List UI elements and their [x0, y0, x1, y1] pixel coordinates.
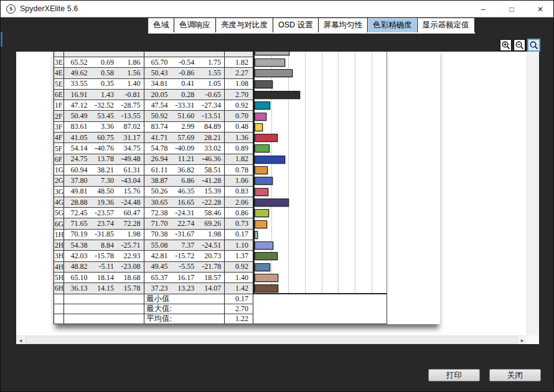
- target-value: 1.40: [117, 79, 144, 88]
- horizontal-scrollbar[interactable]: ◂ ▸: [16, 335, 527, 344]
- target-lab-cell: 41.0560.7531.17: [64, 133, 144, 142]
- delta-e-cell: 1.82: [225, 154, 253, 164]
- close-button[interactable]: 关闭: [489, 369, 541, 381]
- measured-value: 50.92: [144, 111, 171, 121]
- target-lab-cell: 72.45-23.5760.47: [64, 208, 144, 218]
- table-row[interactable]: 5H65.1018.1418.6865.3716.1718.571.40: [54, 273, 253, 283]
- delta-e-cell: 0.73: [225, 218, 253, 228]
- delta-e-cell: 0.17: [225, 230, 253, 240]
- measured-value: 15.39: [197, 187, 224, 196]
- summary-blank-cell: [64, 304, 144, 314]
- table-row[interactable]: 6H36.1314.1515.7837.2313.2314.071.42: [54, 283, 253, 294]
- table-row[interactable]: 3F83.613.3687.0283.742.9984.890.48: [54, 122, 253, 133]
- measured-lab-cell: 34.810.411.05: [144, 79, 225, 89]
- table-row[interactable]: 4E49.620.581.5650.43-0.861.552.27: [54, 68, 253, 78]
- delta-e-bar: [255, 231, 258, 239]
- magnifier-button[interactable]: [527, 39, 540, 52]
- chart-gridline: [305, 52, 306, 293]
- target-value: 8.84: [91, 241, 118, 250]
- target-value: 48.50: [91, 187, 118, 196]
- vertical-scrollbar[interactable]: [527, 52, 539, 335]
- measured-value: 1.55: [197, 68, 224, 78]
- measured-lab-cell: [144, 52, 225, 57]
- measured-value: 0.28: [171, 90, 197, 100]
- table-row[interactable]: 1G60.9438.2161.3161.1136.8258.510.78: [54, 165, 253, 175]
- tab-6[interactable]: 色彩精确度: [368, 18, 417, 32]
- scroll-right-icon[interactable]: ▸: [518, 337, 527, 343]
- target-lab-cell: 49.620.581.56: [64, 68, 144, 78]
- table-row[interactable]: 2F50.4953.45-13.5550.9251.60-13.510.70: [54, 111, 253, 121]
- table-row[interactable]: 4G28.8819.36-24.4830.6516.65-22.282.06: [54, 197, 253, 208]
- minimize-button[interactable]: –: [476, 2, 490, 16]
- report-viewport[interactable]: 3E65.520.691.8665.70-0.541.751.824E49.62…: [16, 52, 527, 335]
- measured-value: 71.70: [144, 219, 171, 228]
- table-row[interactable]: 1H70.19-31.851.9870.38-31.671.980.17: [54, 230, 253, 240]
- delta-e-bar: [255, 188, 268, 196]
- target-value: 47.12: [64, 101, 91, 110]
- target-value: 0.58: [90, 68, 117, 78]
- measured-value: 83.74: [144, 122, 171, 131]
- table-row[interactable]: 3H42.03-15.7822.9342.81-15.7220.731.37: [54, 251, 253, 261]
- measured-value: -46.36: [197, 154, 224, 164]
- table-row[interactable]: 6G71.6523.7472.2871.7022.7469.260.73: [54, 218, 253, 229]
- target-value: -28.75: [117, 101, 144, 110]
- measured-value: 36.82: [171, 166, 197, 175]
- maximize-icon: □: [509, 5, 514, 14]
- table-row[interactable]: 4H48.82-5.11-23.0849.45-5.55-21.780.92: [54, 262, 253, 273]
- target-value: 1.56: [117, 68, 144, 78]
- table-row[interactable]: 5E33.550.351.4034.810.411.051.08: [54, 79, 253, 90]
- table-row[interactable]: 3E65.520.691.8665.70-0.541.751.82: [54, 57, 253, 68]
- target-lab-cell: 54.14-40.7634.75: [64, 143, 144, 153]
- delta-e-cell: 1.37: [225, 251, 253, 261]
- measured-value: -5.55: [171, 262, 197, 271]
- table-row[interactable]: 2G37.807.30-43.0438.876.86-41.281.06: [54, 175, 253, 186]
- delta-e-cell: 2.70: [225, 90, 253, 100]
- zoom-out-icon: [515, 40, 524, 50]
- tab-5[interactable]: 屏幕均匀性: [319, 18, 368, 32]
- summary-label: 最大值:: [144, 304, 225, 314]
- delta-e-bar: [255, 263, 270, 271]
- table-row[interactable]: 5G72.45-23.5760.4772.38-24.3158.460.86: [54, 208, 253, 218]
- measured-value: 14.07: [197, 284, 224, 293]
- chart-gridline: [288, 52, 289, 293]
- target-value: 49.81: [64, 187, 91, 196]
- tab-3[interactable]: 亮度与对比度: [216, 18, 273, 32]
- target-value: -49.48: [117, 154, 144, 164]
- scrollbar-corner: [527, 335, 539, 344]
- measured-value: -21.78: [197, 262, 224, 271]
- tab-1[interactable]: 色域: [148, 18, 174, 32]
- table-row[interactable]: 2H54.388.84-25.7155.087.37-24.511.10: [54, 240, 253, 251]
- tab-7[interactable]: 显示器额定值: [418, 18, 474, 32]
- table-row[interactable]: 3G49.8148.5015.7650.2646.3515.390.83: [54, 187, 253, 197]
- table-row[interactable]: 5F54.14-40.7634.7554.78-40.0933.020.89: [54, 143, 253, 154]
- maximize-button[interactable]: □: [505, 2, 519, 16]
- tab-4[interactable]: OSD 设置: [273, 18, 318, 32]
- summary-value: 1.22: [225, 314, 253, 324]
- zoom-in-button[interactable]: [500, 39, 512, 51]
- scroll-left-icon[interactable]: ◂: [16, 337, 25, 343]
- horizontal-scroll-thumb[interactable]: [26, 337, 517, 344]
- target-value: 72.28: [117, 219, 144, 228]
- table-row[interactable]: 4F41.0560.7531.1741.7157.6928.211.36: [54, 133, 253, 143]
- close-button[interactable]: ✕: [533, 2, 547, 16]
- zoom-out-button[interactable]: [514, 39, 525, 51]
- print-button[interactable]: 打印: [428, 369, 480, 381]
- table-row[interactable]: 6F24.7513.78-49.4826.9411.21-46.361.82: [54, 154, 253, 165]
- measured-lab-cell: 49.45-5.55-21.78: [144, 262, 225, 272]
- target-lab-cell: 71.6523.7472.28: [64, 218, 144, 228]
- patch-id-cell: 6H: [54, 283, 64, 293]
- summary-row: 最大值:2.70: [54, 304, 253, 314]
- measured-value: 20.05: [144, 90, 171, 100]
- patch-id-cell: 3F: [54, 122, 64, 132]
- measured-lab-cell: 55.087.37-24.51: [144, 240, 225, 250]
- target-value: 48.82: [64, 262, 91, 271]
- table-row[interactable]: 1F47.12-32.52-28.7547.54-33.31-27.340.92: [54, 100, 253, 111]
- measured-value: 16.65: [171, 198, 197, 207]
- target-value: 33.55: [64, 79, 91, 88]
- patch-id-cell: 4E: [54, 68, 64, 78]
- table-row[interactable]: 6E16.911.43-0.8120.050.28-0.652.70: [54, 90, 253, 100]
- patch-id-cell: 2H: [54, 240, 64, 250]
- tab-2[interactable]: 色调响应: [174, 18, 215, 32]
- measured-lab-cell: 37.2313.2314.07: [144, 283, 225, 293]
- target-lab-cell: [64, 52, 144, 57]
